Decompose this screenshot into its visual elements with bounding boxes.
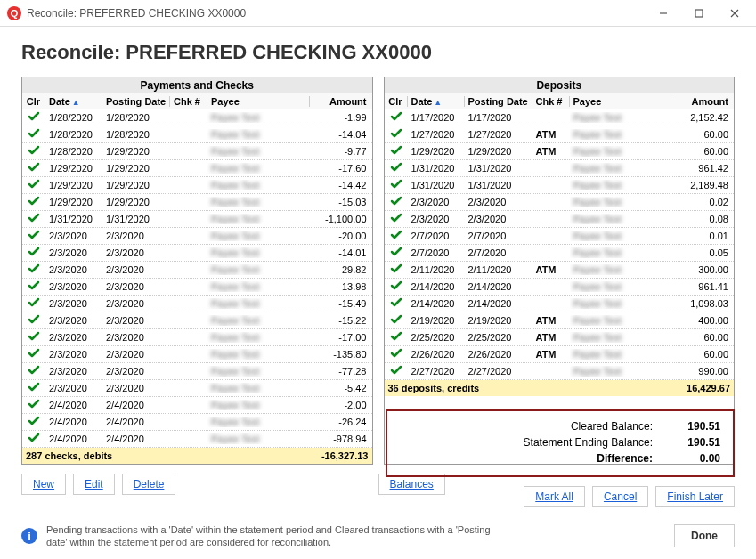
col-date[interactable]: Date▲ [45,96,102,107]
table-row[interactable]: 1/31/20201/31/2020Payee Text2,189.48 [385,177,735,194]
new-button[interactable]: New [21,474,66,495]
difference-label: Difference: [400,450,653,466]
table-row[interactable]: 2/3/20202/3/2020Payee Text-20.00 [22,228,372,245]
check-icon [390,230,402,240]
table-row[interactable]: 2/3/20202/3/2020Payee Text-5.42 [22,380,372,397]
table-row[interactable]: 2/3/20202/3/2020Payee Text-13.98 [22,279,372,296]
table-row[interactable]: 1/29/20201/29/2020Payee Text-15.03 [22,194,372,211]
sort-asc-icon: ▲ [72,98,80,107]
check-icon [390,280,402,291]
payments-footer: 287 checks, debits -16,327.13 [22,448,372,464]
check-icon [390,365,402,376]
table-row[interactable]: 2/7/20202/7/2020Payee Text0.01 [385,228,735,245]
deposits-footer-amount: 16,429.67 [687,383,730,393]
check-icon [28,247,40,257]
table-row[interactable]: 2/3/20202/3/2020Payee Text-77.28 [22,363,372,380]
col-clr[interactable]: Clr [385,96,408,107]
check-icon [390,179,402,190]
table-row[interactable]: 2/3/20202/3/2020Payee Text-135.80 [22,346,372,363]
finish-later-button[interactable]: Finish Later [655,486,735,507]
cleared-balance-value: 190.51 [667,418,720,434]
table-row[interactable]: 2/14/20202/14/2020Payee Text1,098.03 [385,296,735,312]
check-icon [390,348,402,359]
table-row[interactable]: 1/28/20201/28/2020Payee Text-1.99 [22,109,372,126]
table-row[interactable]: 2/3/20202/3/2020Payee Text-14.01 [22,245,372,262]
info-text: Pending transactions with a 'Date' withi… [46,523,509,548]
table-row[interactable]: 2/19/20202/19/2020ATMPayee Text400.00 [385,312,735,329]
table-row[interactable]: 2/4/20202/4/2020Payee Text-2.00 [22,397,372,414]
col-chk[interactable]: Chk # [532,96,570,107]
table-row[interactable]: 1/31/20201/31/2020Payee Text-1,100.00 [22,211,372,228]
deposits-grid[interactable]: 1/17/20201/17/2020Payee Text2,152.421/27… [385,109,735,380]
col-amount[interactable]: Amount [310,96,372,107]
check-icon [390,247,402,257]
check-icon [390,145,402,156]
check-icon [28,280,40,291]
sort-asc-icon: ▲ [434,98,442,107]
maximize-button[interactable] [681,1,717,26]
check-icon [28,145,40,156]
table-row[interactable]: 2/3/20202/3/2020Payee Text-29.82 [22,262,372,279]
svg-rect-0 [695,10,703,17]
check-icon [28,382,40,393]
table-row[interactable]: 2/11/20202/11/2020ATMPayee Text300.00 [385,262,735,279]
check-icon [28,230,40,240]
col-date[interactable]: Date▲ [408,96,465,107]
table-row[interactable]: 2/3/20202/3/2020Payee Text-17.00 [22,329,372,346]
deposits-footer-label: 36 deposits, credits [388,383,480,393]
check-icon [390,111,402,122]
check-icon [28,399,40,409]
table-row[interactable]: 2/7/20202/7/2020Payee Text0.05 [385,245,735,262]
table-row[interactable]: 2/3/20202/3/2020Payee Text-15.49 [22,296,372,312]
deposits-header: Clr Date▲ Posting Date Chk # Payee Amoun… [385,93,735,109]
table-row[interactable]: 2/3/20202/3/2020Payee Text0.02 [385,194,735,211]
table-row[interactable]: 2/4/20202/4/2020Payee Text-26.24 [22,414,372,431]
check-icon [28,196,40,207]
col-posting-date[interactable]: Posting Date [465,96,532,107]
col-payee[interactable]: Payee [207,96,310,107]
table-row[interactable]: 1/29/20201/29/2020ATMPayee Text60.00 [385,143,735,160]
col-amount[interactable]: Amount [671,96,734,107]
table-row[interactable]: 1/29/20201/29/2020Payee Text-14.42 [22,177,372,194]
delete-button[interactable]: Delete [122,474,176,495]
done-button[interactable]: Done [674,524,735,547]
table-row[interactable]: 1/27/20201/27/2020ATMPayee Text60.00 [385,126,735,143]
check-icon [28,297,40,308]
payments-grid[interactable]: 1/28/20201/28/2020Payee Text-1.991/28/20… [22,109,372,448]
col-payee[interactable]: Payee [570,96,672,107]
col-chk[interactable]: Chk # [170,96,207,107]
table-row[interactable]: 1/31/20201/31/2020Payee Text961.42 [385,160,735,177]
col-clr[interactable]: Clr [22,96,45,107]
minimize-button[interactable] [646,1,681,26]
close-button[interactable] [717,1,752,26]
table-row[interactable]: 1/29/20201/29/2020Payee Text-17.60 [22,160,372,177]
payments-footer-label: 287 checks, debits [26,450,112,461]
check-icon [28,365,40,376]
table-row[interactable]: 2/27/20202/27/2020Payee Text990.00 [385,363,735,380]
check-icon [28,213,40,223]
check-icon [28,314,40,325]
payments-panel: Payments and Checks Clr Date▲ Posting Da… [21,77,373,465]
payments-footer-amount: -16,327.13 [321,450,369,461]
check-icon [28,111,40,122]
edit-button[interactable]: Edit [73,474,115,495]
cancel-button[interactable]: Cancel [592,486,648,507]
col-posting-date[interactable]: Posting Date [102,96,170,107]
table-row[interactable]: 2/4/20202/4/2020Payee Text-978.94 [22,431,372,448]
check-icon [28,162,40,173]
table-row[interactable]: 2/14/20202/14/2020Payee Text961.41 [385,279,735,296]
mark-all-button[interactable]: Mark All [524,486,585,507]
table-row[interactable]: 2/26/20202/26/2020ATMPayee Text60.00 [385,346,735,363]
payments-header: Clr Date▲ Posting Date Chk # Payee Amoun… [22,93,372,109]
difference-value: 0.00 [667,450,720,466]
table-row[interactable]: 1/17/20201/17/2020Payee Text2,152.42 [385,109,735,126]
table-row[interactable]: 2/25/20202/25/2020ATMPayee Text60.00 [385,329,735,346]
table-row[interactable]: 1/28/20201/28/2020Payee Text-14.04 [22,126,372,143]
table-row[interactable]: 2/3/20202/3/2020Payee Text-15.22 [22,312,372,329]
deposits-panel: Deposits Clr Date▲ Posting Date Chk # Pa… [384,77,736,465]
check-icon [28,416,40,426]
table-row[interactable]: 2/3/20202/3/2020Payee Text0.08 [385,211,735,228]
table-row[interactable]: 1/28/20201/29/2020Payee Text-9.77 [22,143,372,160]
check-icon [28,263,40,274]
window-title: Reconcile: PREFERRED CHECKING XX0000 [27,7,646,20]
